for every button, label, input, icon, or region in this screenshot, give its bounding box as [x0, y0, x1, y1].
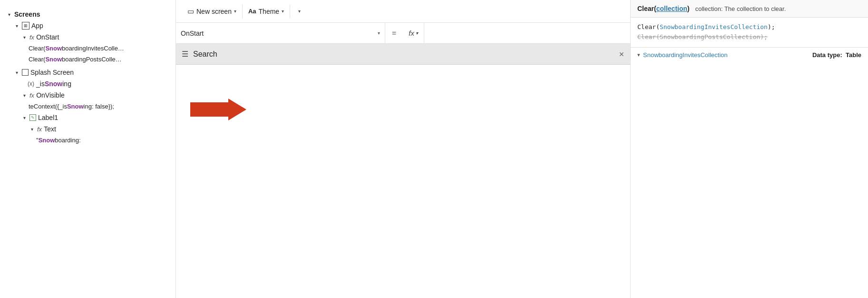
theme-icon: Aa: [248, 8, 256, 15]
fx-chevron-icon: ▾: [416, 30, 418, 36]
issnowing-label: _isSnowing: [36, 80, 71, 88]
code-line-2: Clear(SnowboardingPostsCollection);: [637, 32, 861, 42]
arrow-container: [190, 98, 247, 123]
screen-icon: [22, 69, 29, 76]
code-line-1: Clear(SnowboardingInvitesCollection);: [637, 22, 861, 32]
intellisense-panel: Clear(collection) collection: The collec…: [630, 0, 868, 298]
equals-sign: =: [385, 29, 403, 38]
label-icon: ✎: [29, 114, 36, 121]
fx-icon: fx: [409, 29, 414, 37]
scope-value: OnStart: [181, 30, 375, 37]
sidebar-item-text[interactable]: ▾ fx Text: [0, 123, 176, 135]
app-label: App: [31, 22, 43, 30]
data-type-value: Table: [846, 51, 861, 59]
func-description: collection: The collection to clear.: [695, 5, 786, 12]
formula-bar: OnStart ▾ = fx ▾: [176, 23, 630, 44]
var-icon: (x): [28, 80, 34, 87]
toolbar: ▭ New screen ▾ Aa Theme ▾ ▾: [176, 0, 630, 23]
new-screen-label: New screen: [196, 8, 232, 15]
data-type-label: Data type:: [812, 51, 842, 59]
new-screen-icon: ▭: [187, 7, 194, 16]
svg-marker-0: [190, 99, 246, 120]
chevron-app: ▾: [13, 22, 20, 29]
fx-icon-onstart: fx: [29, 34, 34, 41]
label1-label: Label1: [38, 114, 58, 121]
intellisense-header: Clear(collection) collection: The collec…: [631, 0, 868, 18]
text-label: Text: [44, 125, 56, 133]
sidebar-item-issnowing[interactable]: (x) _isSnowing: [0, 78, 176, 89]
theme-chevron-icon: ▾: [282, 9, 284, 14]
theme-button[interactable]: Aa Theme ▾: [243, 5, 290, 18]
collection-chevron-icon: ▾: [637, 52, 640, 58]
search-bar: ☰ Search ✕: [176, 44, 630, 65]
collection-row[interactable]: ▾ SnowboardingInvitesCollection Data typ…: [631, 48, 868, 62]
code-area: Clear(SnowboardingInvitesCollection); Cl…: [631, 18, 868, 48]
fx-button[interactable]: fx ▾: [403, 23, 424, 43]
sidebar-item-app[interactable]: ▾ ⊞ App: [0, 20, 176, 31]
sidebar-item-splashscreen[interactable]: ▾ Splash Screen: [0, 67, 176, 78]
scope-chevron-icon: ▾: [378, 30, 380, 36]
onvisible-label: OnVisible: [36, 91, 65, 99]
left-panel: ▾ Screens ▾ ⊞ App ▾ fx OnStart Clear(Sno…: [0, 0, 176, 298]
hamburger-icon[interactable]: ☰: [182, 50, 188, 59]
collection-name: SnowboardingInvitesCollection: [643, 51, 728, 59]
extra-toolbar-button[interactable]: ▾: [290, 6, 347, 17]
chevron-label1: ▾: [21, 114, 28, 121]
splashscreen-label: Splash Screen: [30, 69, 74, 76]
sidebar-item-label1[interactable]: ▾ ✎ Label1: [0, 112, 176, 123]
snowboarding-code: "Snowboarding:: [36, 137, 81, 144]
sidebar-item-clear2[interactable]: Clear(SnowboardingPostsColle…: [0, 54, 176, 65]
clear2-code: Clear(SnowboardingPostsColle…: [29, 56, 122, 63]
new-screen-chevron-icon: ▾: [234, 9, 236, 14]
close-icon[interactable]: ✕: [619, 50, 624, 58]
scope-selector[interactable]: OnStart ▾: [176, 23, 385, 43]
fx-icon-onvisible: fx: [29, 92, 34, 99]
extra-chevron-icon: ▾: [298, 9, 301, 14]
chevron-splashscreen: ▾: [13, 69, 20, 76]
sidebar-item-tecontext[interactable]: teContext({_isSnowing: false});: [0, 101, 176, 112]
new-screen-button[interactable]: ▭ New screen ▾: [182, 4, 243, 19]
sidebar-item-snowboarding[interactable]: "Snowboarding:: [0, 135, 176, 146]
fx-icon-text: fx: [37, 126, 42, 133]
chevron-onvisible: ▾: [21, 92, 28, 99]
tecontext-code: teContext({_isSnowing: false});: [29, 103, 114, 110]
data-type: Data type: Table: [812, 51, 861, 59]
chevron-screens: ▾: [6, 11, 12, 18]
clear1-code: Clear(SnowboardingInvitesColle…: [29, 45, 124, 52]
chevron-text: ▾: [29, 126, 35, 132]
screens-label: Screens: [14, 10, 40, 18]
chevron-onstart: ▾: [21, 34, 28, 40]
param-highlight: collection: [656, 5, 687, 12]
func-signature: Clear(collection): [637, 5, 690, 12]
sidebar-item-screens[interactable]: ▾ Screens: [0, 9, 176, 20]
search-label: Search: [193, 50, 614, 59]
app-icon: ⊞: [22, 22, 29, 30]
sidebar-item-clear1[interactable]: Clear(SnowboardingInvitesColle…: [0, 43, 176, 54]
sidebar-item-onvisible[interactable]: ▾ fx OnVisible: [0, 89, 176, 101]
sidebar-item-onstart[interactable]: ▾ fx OnStart: [0, 31, 176, 43]
theme-label: Theme: [259, 8, 280, 15]
onstart-label: OnStart: [36, 33, 59, 41]
